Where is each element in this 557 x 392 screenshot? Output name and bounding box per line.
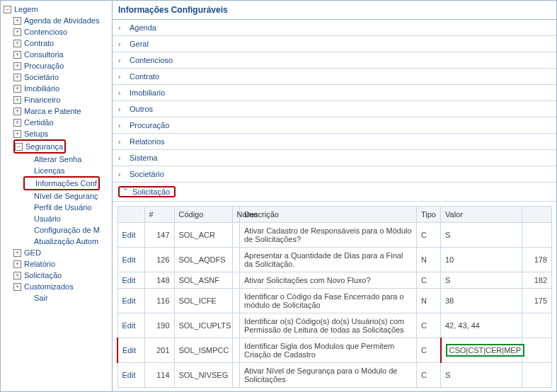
chevron-right-icon: › bbox=[118, 154, 127, 162]
cell-name bbox=[232, 338, 240, 363]
cell-desc: Ativar Nível de Segurança para o Módulo … bbox=[240, 363, 417, 388]
plus-icon: + bbox=[13, 260, 21, 268]
cell-desc: Ativar Cadastro de Responsáveis para o M… bbox=[240, 223, 417, 248]
group-sistema[interactable]: ›Sistema bbox=[113, 150, 556, 166]
cell-tipo: N bbox=[417, 248, 441, 272]
tree-item-ged[interactable]: +GED bbox=[4, 247, 112, 258]
tree-item-licencas[interactable]: Licenças bbox=[4, 165, 112, 176]
plus-icon: + bbox=[13, 85, 21, 93]
tree-item-alterar-senha[interactable]: Alterar Senha bbox=[4, 154, 112, 165]
tree-item-setups[interactable]: +Setups bbox=[4, 128, 112, 139]
tree-item-contencioso[interactable]: +Contencioso bbox=[4, 26, 112, 38]
config-table: # Código Nome Descrição Tipo Valor Edit1… bbox=[117, 206, 552, 388]
cell-name bbox=[232, 272, 240, 289]
cell-code: SOL_ISMPCC bbox=[174, 338, 232, 363]
edit-link[interactable]: Edit bbox=[122, 231, 136, 239]
cell-edit: Edit bbox=[117, 272, 144, 289]
plus-icon: + bbox=[13, 130, 21, 138]
cell-extra: 175 bbox=[522, 289, 552, 313]
group-contencioso[interactable]: ›Contencioso bbox=[113, 52, 556, 69]
edit-link[interactable]: Edit bbox=[122, 296, 136, 305]
tree-item-imobiliario[interactable]: +Imobiliário bbox=[4, 83, 112, 94]
tree-item-customizados[interactable]: +Customizados bbox=[4, 281, 112, 292]
tree-item-nivel-seguranca[interactable]: Nível de Seguranç bbox=[4, 190, 112, 202]
cell-extra: 182 bbox=[522, 272, 552, 289]
cell-code: SOL_ASNF bbox=[174, 272, 232, 289]
tree-root-legem[interactable]: − Legem bbox=[4, 4, 112, 15]
cell-valor: S bbox=[441, 272, 522, 289]
table-row: Edit116SOL_ICFEIdentificar o Código da F… bbox=[117, 289, 552, 313]
tree-item-financeiro[interactable]: +Financeiro bbox=[4, 94, 112, 105]
edit-link[interactable]: Edit bbox=[122, 346, 136, 354]
tree-item-societario[interactable]: +Societário bbox=[4, 71, 112, 83]
tree-item-certidao[interactable]: +Certidão bbox=[4, 117, 112, 128]
group-imobiliario[interactable]: ›Imobiliario bbox=[113, 85, 556, 101]
edit-link[interactable]: Edit bbox=[122, 255, 136, 264]
group-procuracao[interactable]: ›Procuração bbox=[113, 117, 556, 134]
tree-item-seguranca[interactable]: − Segurança bbox=[15, 141, 63, 152]
tree-item-usuario[interactable]: Usuário bbox=[4, 213, 112, 224]
tree-item-consultoria[interactable]: +Consultoria bbox=[4, 49, 112, 60]
tree-item-agenda[interactable]: +Agenda de Atividades bbox=[4, 15, 112, 26]
tree-item-atualizacao-automatica[interactable]: Atualização Autom bbox=[4, 236, 112, 247]
table-row: Edit114SOL_NIVSEGAtivar Nível de Seguran… bbox=[117, 363, 552, 388]
chevron-down-icon: › bbox=[122, 188, 130, 196]
cell-tipo: N bbox=[417, 289, 441, 313]
cell-edit: Edit bbox=[117, 363, 144, 388]
chevron-right-icon: › bbox=[118, 122, 127, 129]
cell-id: 148 bbox=[144, 272, 174, 289]
cell-name bbox=[232, 289, 240, 313]
plus-icon: + bbox=[13, 40, 21, 47]
chevron-right-icon: › bbox=[118, 105, 127, 113]
cell-valor: S bbox=[441, 363, 522, 388]
edit-link[interactable]: Edit bbox=[122, 321, 136, 330]
cell-name bbox=[232, 363, 240, 388]
chevron-right-icon: › bbox=[118, 24, 127, 32]
sidebar: − Legem +Agenda de Atividades +Contencio… bbox=[1, 1, 113, 391]
cell-id: 147 bbox=[144, 223, 174, 248]
cell-extra bbox=[522, 363, 552, 388]
tree-item-contrato[interactable]: +Contrato bbox=[4, 38, 112, 49]
cell-code: SOL_ICUPLTS bbox=[174, 313, 232, 338]
edit-link[interactable]: Edit bbox=[122, 276, 136, 284]
cell-id: 201 bbox=[144, 338, 174, 363]
group-agenda[interactable]: ›Agenda bbox=[113, 20, 556, 36]
th-edit bbox=[117, 207, 144, 223]
table-header-row: # Código Nome Descrição Tipo Valor bbox=[117, 207, 552, 223]
cell-name bbox=[232, 248, 240, 272]
chevron-right-icon: › bbox=[118, 73, 127, 81]
cell-valor: S bbox=[441, 223, 522, 248]
group-outros[interactable]: ›Outros bbox=[113, 101, 556, 117]
cell-valor: 10 bbox=[441, 248, 522, 272]
group-geral[interactable]: ›Geral bbox=[113, 36, 556, 52]
table-row: Edit190SOL_ICUPLTSIdentificar o(s) Códig… bbox=[117, 313, 552, 338]
chevron-right-icon: › bbox=[118, 171, 127, 178]
tree-item-config-modulo[interactable]: Configuração de M bbox=[4, 224, 112, 236]
cell-tipo: C bbox=[417, 223, 441, 248]
cell-desc: Ativar Solicitações com Novo Fluxo? bbox=[240, 272, 417, 289]
table-row: Edit126SOL_AQDFSApresentar a Quantidade … bbox=[117, 248, 552, 272]
group-solicitacao[interactable]: › Solicitação bbox=[113, 183, 556, 202]
cell-edit: Edit bbox=[117, 248, 144, 272]
cell-valor: 42, 43, 44 bbox=[441, 313, 522, 338]
group-societario[interactable]: ›Societário bbox=[113, 166, 556, 183]
tree-item-perfil-usuario[interactable]: Perfil de Usuário bbox=[4, 202, 112, 213]
tree-item-informacoes-configuraveis[interactable]: Informações Conf bbox=[25, 178, 97, 189]
cell-tipo: C bbox=[417, 338, 441, 363]
group-contrato[interactable]: ›Contrato bbox=[113, 69, 556, 85]
tree-item-relatorio[interactable]: +Relatório bbox=[4, 258, 112, 270]
plus-icon: + bbox=[13, 283, 21, 291]
tree-item-procuracao[interactable]: +Procuração bbox=[4, 60, 112, 71]
th-valor: Valor bbox=[441, 207, 522, 223]
plus-icon: + bbox=[13, 119, 21, 127]
plus-icon: + bbox=[13, 74, 21, 81]
cell-name bbox=[232, 313, 240, 338]
tree-item-sair[interactable]: Sair bbox=[4, 292, 112, 304]
cell-code: SOL_NIVSEG bbox=[174, 363, 232, 388]
group-relatorios[interactable]: ›Relatorios bbox=[113, 134, 556, 150]
table-row: Edit147SOL_ACRAtivar Cadastro de Respons… bbox=[117, 223, 552, 248]
tree-item-solicitacao[interactable]: +Solicitação bbox=[4, 270, 112, 281]
cell-tipo: C bbox=[417, 272, 441, 289]
edit-link[interactable]: Edit bbox=[122, 371, 136, 379]
tree-item-marca-patente[interactable]: +Marca e Patente bbox=[4, 105, 112, 117]
